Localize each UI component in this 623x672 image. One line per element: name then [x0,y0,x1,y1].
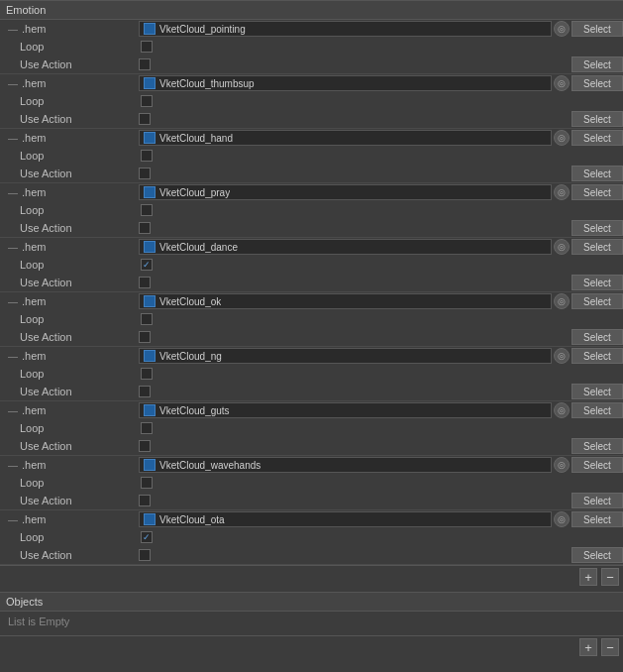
hem-row: —.hemVketCloud_guts◎Select [0,401,623,419]
emotion-remove-button[interactable]: − [601,568,619,586]
use-action-checkbox[interactable] [139,440,151,452]
hem-select-button[interactable]: Select [571,184,623,200]
use-action-checkbox[interactable] [139,495,151,506]
animation-name: VketCloud_pointing [159,24,246,35]
use-action-select-button[interactable]: Select [571,56,623,72]
use-action-select-button[interactable]: Select [571,384,623,399]
hem-select-button[interactable]: Select [571,293,623,309]
loop-label: Loop [0,477,139,489]
emotion-header: Emotion [0,1,623,20]
hem-select-button[interactable]: Select [571,457,623,473]
loop-row: Loop [0,256,623,274]
animation-field[interactable]: VketCloud_ng [139,348,552,364]
loop-checkbox[interactable] [141,477,153,489]
use-action-checkbox[interactable] [139,113,151,125]
animation-target-button[interactable]: ◎ [554,402,570,418]
loop-checkbox[interactable] [141,259,153,271]
loop-row: Loop [0,92,623,110]
use-action-select-button[interactable]: Select [571,547,623,563]
loop-row: Loop [0,528,623,546]
use-action-checkbox[interactable] [139,222,151,234]
use-action-checkbox[interactable] [139,331,151,343]
loop-checkbox[interactable] [141,531,153,543]
loop-checkbox[interactable] [141,204,153,216]
animation-field[interactable]: VketCloud_hand [139,130,552,146]
animation-field[interactable]: VketCloud_dance [139,239,552,255]
hem-field-area: VketCloud_ok◎Select [139,293,623,309]
animation-target-button[interactable]: ◎ [554,457,570,473]
hem-select-button[interactable]: Select [571,348,623,364]
use-action-checkbox[interactable] [139,277,151,288]
animation-target-button[interactable]: ◎ [554,130,570,146]
use-action-select-button[interactable]: Select [571,111,623,127]
loop-row: Loop [0,365,623,383]
use-action-checkbox[interactable] [139,549,151,561]
animation-field[interactable]: VketCloud_guts [139,402,552,418]
loop-checkbox-area [139,41,623,53]
loop-checkbox-area [139,95,623,107]
hem-select-button[interactable]: Select [571,75,623,91]
animation-target-button[interactable]: ◎ [554,75,570,91]
emotion-add-button[interactable]: + [579,568,597,586]
animation-field[interactable]: VketCloud_ota [139,511,552,527]
loop-checkbox[interactable] [141,422,153,434]
animation-target-button[interactable]: ◎ [554,184,570,200]
loop-row: Loop [0,38,623,56]
animation-icon [144,350,156,362]
objects-remove-button[interactable]: − [601,638,619,656]
use-action-select-button[interactable]: Select [571,275,623,290]
dash-icon: — [8,460,18,471]
hem-row: —.hemVketCloud_dance◎Select [0,238,623,256]
animation-target-button[interactable]: ◎ [554,511,570,527]
loop-checkbox[interactable] [141,41,153,53]
use-action-row: Use ActionSelect [0,546,623,564]
hem-field-area: VketCloud_pointing◎Select [139,21,623,37]
loop-checkbox-area [139,313,623,325]
animation-target-button[interactable]: ◎ [554,239,570,255]
hem-select-button[interactable]: Select [571,21,623,37]
animation-target-button[interactable]: ◎ [554,293,570,309]
hem-select-button[interactable]: Select [571,130,623,146]
use-action-checkbox[interactable] [139,58,151,70]
animation-target-button[interactable]: ◎ [554,348,570,364]
loop-checkbox-area [139,531,623,543]
hem-select-button[interactable]: Select [571,511,623,527]
loop-label: Loop [0,150,139,162]
use-action-label: Use Action [0,113,139,125]
dash-icon: — [8,242,18,253]
loop-checkbox[interactable] [141,95,153,107]
animation-field[interactable]: VketCloud_pointing [139,21,552,37]
use-action-select-button[interactable]: Select [571,166,623,181]
animation-field[interactable]: VketCloud_ok [139,293,552,309]
animation-icon [144,513,156,525]
use-action-select-button[interactable]: Select [571,493,623,508]
animation-name: VketCloud_ok [159,296,221,307]
emotion-item: —.hemVketCloud_pointing◎SelectLoopUse Ac… [0,20,623,74]
hem-field-area: VketCloud_ng◎Select [139,348,623,364]
animation-field[interactable]: VketCloud_thumbsup [139,75,552,91]
objects-add-button[interactable]: + [579,638,597,656]
dash-icon: — [8,296,18,307]
loop-checkbox[interactable] [141,313,153,325]
dash-icon: — [8,133,18,144]
animation-icon [144,23,156,35]
hem-select-button[interactable]: Select [571,402,623,418]
use-action-label: Use Action [0,277,139,288]
use-action-select-button[interactable]: Select [571,329,623,345]
use-action-checkbox[interactable] [139,386,151,397]
animation-target-button[interactable]: ◎ [554,21,570,37]
use-action-checkbox[interactable] [139,168,151,179]
use-action-row: Use ActionSelect [0,328,623,346]
animation-field[interactable]: VketCloud_wavehands [139,457,552,473]
animation-field[interactable]: VketCloud_pray [139,184,552,200]
hem-row: —.hemVketCloud_pray◎Select [0,183,623,201]
use-action-select-button[interactable]: Select [571,438,623,454]
animation-name: VketCloud_wavehands [159,460,260,471]
use-action-label: Use Action [0,58,139,70]
hem-select-button[interactable]: Select [571,239,623,255]
loop-row: Loop [0,419,623,437]
loop-checkbox[interactable] [141,150,153,162]
hem-row: —.hemVketCloud_ok◎Select [0,292,623,310]
loop-checkbox[interactable] [141,368,153,380]
use-action-select-button[interactable]: Select [571,220,623,236]
